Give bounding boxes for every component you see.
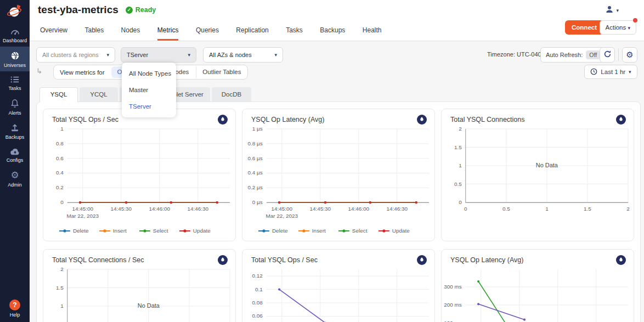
svg-text:0.1: 0.1 — [255, 286, 263, 292]
tab-queries[interactable]: Queries — [196, 26, 219, 39]
dropdown-option-all-node-types[interactable]: All Node Types — [122, 65, 176, 82]
svg-text:300 ms: 300 ms — [444, 284, 462, 290]
sidebar-item-configs[interactable]: Configs — [0, 143, 30, 166]
ready-check-icon: ✓ — [126, 7, 133, 14]
tab-replication[interactable]: Replication — [236, 26, 268, 39]
chevron-down-icon: ▾ — [629, 69, 631, 75]
gear-icon: ⚙ — [626, 50, 633, 60]
view-option-outlier-tables[interactable]: Outlier Tables — [196, 66, 247, 78]
timezone-label: Timezone: UTC-0400 — [487, 51, 545, 58]
metric-tab-ysql[interactable]: YSQL — [39, 87, 78, 102]
sidebar-item-label: Universes — [0, 63, 30, 68]
chart-title: YSQL Op Latency (Avg) — [450, 256, 523, 264]
auto-refresh-value: Off — [586, 50, 600, 59]
help-question-icon: ? — [9, 300, 20, 310]
svg-text:2: 2 — [626, 206, 630, 212]
svg-text:100 ms: 100 ms — [444, 320, 462, 322]
clusters-regions-select[interactable]: All clusters & regions▾ — [36, 47, 115, 63]
tab-health[interactable]: Health — [363, 26, 382, 39]
svg-text:14:45:00: 14:45:00 — [271, 206, 292, 212]
sidebar-item-help[interactable]: ? Help — [0, 300, 30, 318]
chart-title: Total YSQL Connections / Sec — [52, 256, 144, 264]
yugabyte-badge-icon[interactable] — [417, 255, 427, 265]
svg-text:14:46:00: 14:46:00 — [149, 206, 170, 212]
chevron-down-icon: ▾ — [188, 52, 190, 58]
divider — [618, 48, 619, 61]
svg-text:0.4: 0.4 — [56, 170, 64, 176]
tab-tables[interactable]: Tables — [84, 26, 104, 39]
chart-card-total-ysql-ops-2: Total YSQL Ops / Sec 0.040.060.080.10.12… — [242, 249, 435, 322]
node-type-select[interactable]: TServer▾ — [121, 47, 196, 63]
yugabyte-badge-icon[interactable] — [616, 255, 626, 265]
admin-gear-icon: ⚙ — [0, 170, 30, 180]
node-type-dropdown-menu: All Node Types Master TServer — [122, 63, 176, 117]
connect-button[interactable]: Connect — [565, 20, 603, 35]
chevron-down-icon: ▾ — [616, 8, 619, 13]
line-chart: 100 ms200 ms300 ms14:45:00Mar 22, 202314… — [442, 266, 634, 322]
tab-metrics[interactable]: Metrics — [157, 26, 179, 41]
sidebar-item-backups[interactable]: Backups — [0, 119, 30, 143]
line-chart: 0.040.060.080.10.1214:45:00Mar 22, 20231… — [242, 266, 434, 322]
sidebar-item-admin[interactable]: ⚙ Admin — [0, 166, 30, 191]
sidebar: Dashboard Universes Tasks Alerts — [0, 0, 30, 322]
svg-text:14:46:30: 14:46:30 — [386, 206, 408, 212]
sub-level-arrow-icon: ↳ — [36, 67, 42, 75]
svg-text:14:45:30: 14:45:30 — [309, 206, 331, 212]
actions-button[interactable]: Actions ▾ — [600, 20, 636, 35]
az-nodes-select[interactable]: All AZs & nodes▾ — [203, 47, 283, 63]
svg-text:0.5: 0.5 — [502, 206, 510, 212]
svg-text:Mar 22, 2023: Mar 22, 2023 — [66, 213, 99, 219]
sidebar-item-label: Tasks — [0, 86, 30, 91]
refresh-icon — [603, 50, 612, 60]
metric-tab-docdb[interactable]: DocDB — [212, 87, 251, 101]
sidebar-item-universes[interactable]: Universes — [0, 47, 30, 71]
sidebar-item-dashboard[interactable]: Dashboard — [0, 23, 30, 47]
dropdown-option-tserver[interactable]: TServer — [122, 98, 176, 115]
yugabyte-badge-icon[interactable] — [218, 115, 228, 125]
chart-card-total-ysql-ops: Total YSQL Ops / Sec 00.20.40.60.8114:45… — [43, 109, 236, 241]
time-range-select[interactable]: Last 1 hr ▾ — [584, 65, 637, 79]
sidebar-item-alerts[interactable]: Alerts — [0, 94, 30, 119]
chart-title: Total YSQL Ops / Sec — [52, 116, 118, 123]
chart-card-ysql-op-latency: YSQL Op Latency (Avg) 0 µs0.2 µs0.4 µs0.… — [242, 109, 435, 241]
svg-text:0.5: 0.5 — [454, 181, 462, 187]
clock-icon — [590, 68, 597, 76]
dropdown-option-master[interactable]: Master — [122, 82, 176, 98]
universes-globe-icon — [0, 50, 30, 61]
universe-nav-tabs: Overview Tables Nodes Metrics Queries Re… — [40, 25, 397, 41]
svg-text:0.4 µs: 0.4 µs — [248, 170, 263, 176]
configs-cloud-icon — [0, 147, 30, 156]
user-menu[interactable]: ▾ — [605, 5, 619, 16]
line-chart: 00.20.40.60.8114:45:00Mar 22, 202314:45:… — [43, 126, 235, 238]
svg-text:14:46:00: 14:46:00 — [348, 206, 369, 212]
svg-text:0.2: 0.2 — [56, 184, 64, 190]
settings-gear-button[interactable]: ⚙ — [622, 47, 637, 63]
svg-text:0.6: 0.6 — [56, 155, 64, 161]
svg-text:Delete: Delete — [272, 228, 288, 234]
metric-tab-ycql[interactable]: YCQL — [80, 87, 118, 101]
chart-grid: Total YSQL Ops / Sec 00.20.40.60.8114:45… — [43, 109, 634, 322]
yugabyte-logo-icon[interactable] — [0, 0, 30, 23]
tasks-list-icon — [0, 75, 30, 84]
sidebar-item-label: Configs — [0, 157, 30, 163]
sidebar-item-tasks[interactable]: Tasks — [0, 71, 30, 94]
yugabyte-badge-icon[interactable] — [218, 255, 228, 265]
svg-text:Select: Select — [153, 228, 168, 234]
chart-card-ysql-op-latency-2: YSQL Op Latency (Avg) 100 ms200 ms300 ms… — [441, 249, 634, 322]
svg-text:1: 1 — [60, 303, 64, 309]
chevron-down-icon: ▾ — [628, 25, 630, 31]
tab-backups[interactable]: Backups — [320, 26, 345, 39]
yugabyte-badge-icon[interactable] — [616, 115, 626, 125]
dashboard-gauge-icon — [0, 27, 30, 36]
tab-nodes[interactable]: Nodes — [121, 26, 140, 39]
svg-text:0.06: 0.06 — [252, 313, 263, 319]
yugabyte-badge-icon[interactable] — [417, 115, 427, 125]
chart-title: Total YSQL Ops / Sec — [251, 256, 318, 264]
svg-text:14:45:30: 14:45:30 — [110, 206, 132, 212]
svg-text:1.5: 1.5 — [454, 144, 462, 150]
chevron-down-icon: ▾ — [106, 52, 109, 58]
tab-tasks[interactable]: Tasks — [286, 26, 303, 39]
svg-text:Insert: Insert — [113, 228, 127, 234]
tab-overview[interactable]: Overview — [40, 26, 67, 39]
refresh-button[interactable] — [600, 47, 615, 63]
